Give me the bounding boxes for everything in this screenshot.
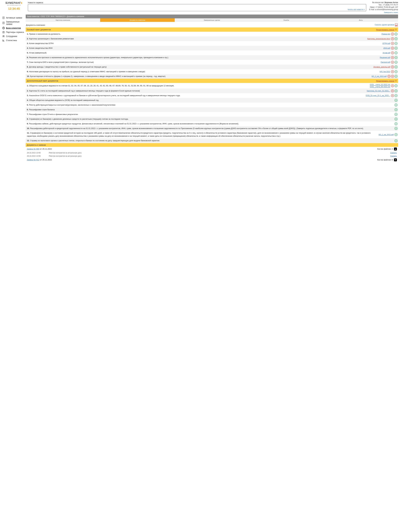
- clock: 12:34:45: [3, 7, 25, 10]
- add-icon[interactable]: +: [395, 99, 397, 102]
- nav-item-2[interactable]: База клиентов: [2, 26, 26, 30]
- add-icon[interactable]: +: [395, 42, 397, 45]
- nav-item-4[interactable]: Сотрудники: [2, 34, 26, 38]
- delete-icon[interactable]: ×: [391, 84, 394, 87]
- doc-row: 10.Расшифровка дебиторской и кредиторско…: [26, 126, 398, 131]
- add-icon[interactable]: +: [395, 103, 397, 107]
- paw-icon: Ⲽ: [21, 1, 22, 4]
- delete-icon[interactable]: ×: [391, 94, 394, 97]
- doc-row: 11.Справка(ки) из банка(ов) о состоянии …: [26, 131, 398, 139]
- add-icon[interactable]: +: [395, 127, 397, 130]
- edit-extra-list[interactable]: Редактировать список: [376, 80, 395, 82]
- add-icon[interactable]: +: [395, 47, 397, 50]
- file-link[interactable]: НД 2 кв 2022: [380, 71, 390, 73]
- doc-icon: [2, 16, 5, 19]
- tab-1[interactable]: Документа компании: [100, 18, 175, 22]
- doc-row: 4.Копия свидетельства ИННИНН.pdf×+: [26, 46, 398, 51]
- doc-row: 6.Решение или протокол о назначении на д…: [26, 55, 398, 60]
- add-icon[interactable]: +: [395, 65, 397, 68]
- file-link[interactable]: Приказ.jpg: [382, 33, 390, 35]
- add-icon[interactable]: +: [395, 89, 397, 92]
- file-link[interactable]: Карточка_51-счет_51-2021...: [367, 90, 390, 92]
- add-icon[interactable]: +: [395, 133, 397, 136]
- download-link[interactable]: Скачать: [390, 155, 397, 157]
- file-link[interactable]: ОСВ__счета_60-2021.xls: [370, 86, 390, 88]
- doc-row: 2.Карточка организации с банковскими рек…: [26, 36, 398, 41]
- delete-icon[interactable]: ×: [391, 33, 394, 36]
- delete-icon[interactable]: ×: [391, 37, 394, 40]
- file-link[interactable]: Карточка_организации.docx: [367, 38, 390, 40]
- doc-row: 4.Общая оборотно-сальдовая ведомость (ОС…: [26, 98, 398, 103]
- nav-item-0[interactable]: Активные заявки: [2, 16, 26, 20]
- doc-row: 12.Справку из налогового органа о расчет…: [26, 139, 398, 143]
- pdf-icon[interactable]: PDF: [395, 23, 398, 26]
- gear-icon[interactable]: ⚙: [395, 80, 397, 82]
- news-label: Новости сервиса:: [28, 1, 366, 4]
- add-icon[interactable]: +: [395, 51, 397, 54]
- delete-icon[interactable]: ×: [391, 65, 394, 68]
- add-icon[interactable]: +: [395, 37, 397, 40]
- delete-icon[interactable]: ×: [391, 61, 394, 64]
- file-link[interactable]: ОСВ__счета_01-2021.xls: [370, 84, 390, 86]
- file-link[interactable]: БО_3_кв_2022.pdf: [372, 75, 387, 77]
- delete-icon[interactable]: ×: [391, 51, 394, 54]
- add-icon[interactable]: +: [395, 139, 397, 142]
- file-link[interactable]: БО_2_кв_2022.pdf: [379, 133, 394, 136]
- tab-3[interactable]: Кэшбэк: [249, 18, 324, 22]
- file-link[interactable]: ОСВ_51-счет_51-1_кв_2022...: [366, 95, 390, 97]
- toggle-icon[interactable]: ▲: [394, 147, 397, 151]
- gear-icon[interactable]: ⚙: [395, 28, 397, 31]
- add-icon[interactable]: +: [395, 56, 397, 59]
- request-link[interactable]: Заявка № 912: [27, 159, 39, 161]
- svg-text:PDF: PDF: [395, 25, 397, 26]
- add-icon[interactable]: +: [395, 122, 397, 125]
- svg-line-10: [4, 28, 4, 28]
- tab-0[interactable]: Карточка компании: [26, 18, 100, 22]
- file-link[interactable]: ОГРН.pdf: [382, 42, 390, 44]
- logo-block: БУМЕРАНГⲼ ВСЁ ВОЗВРАЩАЕТСЯ 12:34:45: [3, 1, 25, 10]
- user-info: Вы вошли как: Воронин Антон Тел.: +7 (92…: [369, 1, 398, 14]
- file-link[interactable]: Договор_аренды.pdf: [373, 66, 390, 68]
- download-archive[interactable]: Скачать одним архивом: [375, 24, 395, 26]
- file-link[interactable]: Устав.pdf: [383, 52, 390, 54]
- add-icon[interactable]: +: [395, 70, 397, 73]
- doc-row: 10.Бухгалтерская отчётность (форма 1 и ф…: [26, 74, 398, 79]
- delete-icon[interactable]: ×: [391, 42, 394, 45]
- delete-icon[interactable]: ×: [391, 75, 394, 78]
- delete-icon[interactable]: ×: [388, 75, 390, 78]
- nav-item-5[interactable]: Статистика: [2, 38, 26, 42]
- doc-row: 1.Приказ о назначении на должностьПриказ…: [26, 32, 398, 36]
- news-read-all[interactable]: Читать все новости >: [347, 8, 365, 11]
- apps-header: Документы к заявкам: [26, 143, 398, 147]
- request-header: Заявка № 980 от 25.11.2022Кол-во файлов:…: [26, 147, 398, 151]
- bank-icon: [2, 31, 5, 33]
- file-link[interactable]: Паспорт.pdf: [381, 61, 390, 63]
- doc-row: 5.Реестр действующих/закрытых контрактов…: [26, 103, 398, 107]
- add-icon[interactable]: +: [395, 108, 397, 111]
- download-link[interactable]: Скачать: [390, 152, 397, 154]
- nav-item-3[interactable]: Партнеры сервиса: [2, 30, 26, 34]
- tab-4[interactable]: Акты: [324, 18, 398, 22]
- file-link[interactable]: Решение.pdf: [380, 57, 390, 59]
- delete-icon[interactable]: ×: [391, 56, 394, 59]
- delete-icon[interactable]: ×: [391, 89, 394, 92]
- doc-row: 6.Расшифровки строк баланса+: [26, 107, 398, 112]
- logout-link[interactable]: Завершить сеанс: [384, 12, 398, 13]
- toggle-icon[interactable]: ▼: [394, 158, 397, 161]
- add-icon[interactable]: +: [395, 113, 397, 116]
- chart-icon: [2, 39, 5, 42]
- nav-item-1[interactable]: Завершенные заявки: [2, 20, 26, 26]
- request-file-row: 28.10.2022 13:50Реестрк контрактов на ак…: [26, 151, 398, 154]
- tab-2[interactable]: Завершенные сделки: [175, 18, 249, 22]
- delete-icon[interactable]: ×: [391, 70, 394, 73]
- add-icon[interactable]: +: [395, 118, 397, 120]
- add-icon[interactable]: +: [395, 75, 397, 78]
- add-icon[interactable]: +: [395, 84, 397, 87]
- delete-icon[interactable]: ×: [391, 47, 394, 50]
- add-icon[interactable]: +: [395, 61, 397, 64]
- edit-basic-list[interactable]: Редактировать список: [376, 29, 395, 31]
- add-icon[interactable]: +: [395, 33, 397, 36]
- file-link[interactable]: ИНН.pdf: [383, 47, 390, 49]
- add-icon[interactable]: +: [395, 94, 397, 97]
- request-link[interactable]: Заявка № 980: [27, 148, 39, 150]
